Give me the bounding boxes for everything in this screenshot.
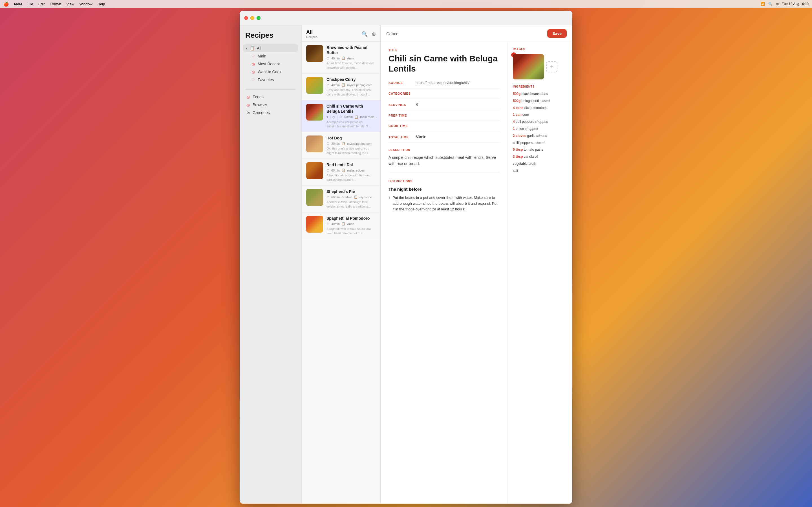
ingredient-modifier: chopped bbox=[525, 127, 538, 131]
menubar-edit[interactable]: Edit bbox=[38, 2, 45, 6]
sidebar-section2: ◎ Feeds ◎ Browser 🛍 Groceries bbox=[243, 93, 298, 117]
instruction-step-1: 1 Put the beans in a pot and cover them … bbox=[389, 195, 500, 212]
recipe-name-hotdog: Hot Dog bbox=[326, 135, 376, 140]
recipe-item-chili[interactable]: Chili sin Carne with Beluga Lentils ♥ | … bbox=[302, 100, 380, 132]
cancel-button[interactable]: Cancel bbox=[386, 31, 400, 36]
instructions-section-label: INSTRUCTIONS bbox=[389, 180, 500, 183]
clock-icon: ⏱ bbox=[326, 57, 329, 60]
fullscreen-button[interactable] bbox=[257, 16, 260, 20]
apple-menu[interactable]: 🍎 bbox=[3, 1, 9, 7]
source-icon: 📋 bbox=[342, 142, 345, 145]
clock: Tue 10 Aug 16:10 bbox=[782, 2, 809, 6]
recipe-item-lentil[interactable]: Red Lentil Dal ⏱ 60min 📋 mela.recipes A … bbox=[302, 159, 380, 186]
title-field-label: TITLE bbox=[389, 49, 500, 52]
groceries-icon: 🛍 bbox=[246, 111, 250, 115]
recipe-image bbox=[513, 54, 544, 79]
cook-time-row: COOK TIME bbox=[389, 124, 500, 131]
menubar-file[interactable]: File bbox=[28, 2, 33, 6]
recipe-item-spaghetti[interactable]: Spaghetti al Pomodoro ⏱ 40min 📋 Anna Spa… bbox=[302, 212, 380, 239]
source-icon: 📋 bbox=[354, 115, 358, 119]
recipe-item-chickpea[interactable]: Chickpea Curry ⏱ 40min 📋 myrecipeblog.co… bbox=[302, 73, 380, 100]
sidebar-item-browser[interactable]: ◎ Browser bbox=[243, 101, 298, 109]
sidebar-divider bbox=[245, 89, 296, 90]
search-icon[interactable]: 🔍 bbox=[768, 2, 772, 6]
recipe-item-brownies[interactable]: Brownies with Peanut Butter ⏱ 40min 📋 An… bbox=[302, 42, 380, 73]
recipe-item-hotdog[interactable]: Hot Dog ⏱ 20min 📋 myrecipeblog.com Ok, t… bbox=[302, 132, 380, 159]
add-image-button[interactable]: + bbox=[546, 61, 557, 72]
ingredient-vegetable-broth: vegetable broth bbox=[513, 161, 567, 166]
title-bar bbox=[240, 11, 572, 25]
menubar-help[interactable]: Help bbox=[98, 2, 105, 6]
recipe-list-header: All Recipes 🔍 ⊕ bbox=[302, 25, 380, 42]
source-icon: 📋 bbox=[342, 222, 345, 226]
recipe-info-chili: Chili sin Carne with Beluga Lentils ♥ | … bbox=[326, 104, 376, 128]
ingredient-name: corn bbox=[522, 113, 529, 117]
recipe-info-shepherd: Shepherd's Pie ⏱ 60min ◇ Main 📋 myrecipe… bbox=[326, 189, 376, 209]
recipe-list-title-block: All Recipes bbox=[306, 29, 317, 39]
ingredient-amount: 5 bbox=[513, 148, 515, 152]
control-center-icon[interactable]: ⊞ bbox=[776, 2, 779, 6]
menubar-format[interactable]: Format bbox=[50, 2, 61, 6]
save-button[interactable]: Save bbox=[547, 29, 567, 38]
recipe-list-actions: 🔍 ⊕ bbox=[361, 31, 376, 37]
recipe-meta-shepherd: ⏱ 60min ◇ Main 📋 myrecipe... bbox=[326, 195, 376, 199]
recipe-thumb-chili bbox=[306, 104, 323, 121]
image-thumb-container: − bbox=[513, 54, 544, 79]
detail-pane: Cancel Save TITLE Chili sin Carne with B… bbox=[380, 25, 572, 504]
shepherd-time: 60min bbox=[331, 195, 340, 199]
ingredient-unit: can bbox=[516, 113, 522, 117]
recipe-item-shepherd[interactable]: Shepherd's Pie ⏱ 60min ◇ Main 📋 myrecipe… bbox=[302, 186, 380, 212]
recipe-thumb-spaghetti bbox=[306, 216, 323, 233]
prep-time-row: PREP TIME bbox=[389, 114, 500, 121]
wifi-icon: 📶 bbox=[761, 2, 765, 6]
ingredient-name: garlic bbox=[527, 134, 536, 138]
sidebar-item-favorites[interactable]: ♡ Favorites bbox=[243, 76, 298, 83]
sidebar-item-want-to-cook[interactable]: ◎ Want to Cook bbox=[243, 68, 298, 76]
feeds-icon: ◎ bbox=[246, 95, 250, 99]
sidebar-item-groceries[interactable]: 🛍 Groceries bbox=[243, 109, 298, 117]
description-section-label: DESCRIPTION bbox=[389, 149, 500, 152]
sidebar-item-all[interactable]: ▾ 📋 All bbox=[243, 44, 298, 52]
menubar-app-name[interactable]: Mela bbox=[14, 2, 22, 6]
recipe-meta-chili: ♥ | ◷ | ⏱ 60min 📋 mela.recip... bbox=[326, 115, 376, 119]
sidebar-item-most-recent[interactable]: ◷ Most Recent bbox=[243, 60, 298, 68]
detail-recipe-title[interactable]: Chili sin Carne with Beluga Lentils bbox=[389, 54, 500, 74]
menubar-window[interactable]: Window bbox=[79, 2, 92, 6]
sidebar-item-feeds[interactable]: ◎ Feeds bbox=[243, 93, 298, 101]
clock-icon: ⏱ bbox=[326, 195, 329, 199]
sidebar-favorites-label: Favorites bbox=[258, 77, 274, 82]
servings-value[interactable]: 8 bbox=[416, 102, 418, 107]
add-recipe-button[interactable]: ⊕ bbox=[371, 31, 376, 37]
search-button[interactable]: 🔍 bbox=[361, 31, 368, 37]
shepherd-category: Main bbox=[345, 195, 352, 199]
minimize-button[interactable] bbox=[250, 16, 254, 20]
recipe-name-chickpea: Chickpea Curry bbox=[326, 77, 376, 82]
chickpea-source: myrecipeblog.com bbox=[347, 83, 372, 87]
step-text: Put the beans in a pot and cover them wi… bbox=[393, 195, 500, 212]
shepherd-desc: Another classic, although this version's… bbox=[326, 200, 376, 209]
total-time-value[interactable]: 60min bbox=[416, 135, 426, 139]
ingredient-corn: 1 can corn bbox=[513, 112, 567, 117]
recipe-list-body: Brownies with Peanut Butter ⏱ 40min 📋 An… bbox=[302, 42, 380, 504]
ingredient-onion: 1 onion chopped bbox=[513, 126, 567, 131]
ingredient-amount: 4 bbox=[513, 106, 515, 110]
chili-desc: A simple chili recipe which substitutes … bbox=[326, 120, 376, 129]
ingredient-name: bell peppers bbox=[516, 120, 534, 124]
recipe-meta-spaghetti: ⏱ 40min 📋 Anna bbox=[326, 222, 376, 226]
recipe-meta-lentil: ⏱ 60min 📋 mela.recipes bbox=[326, 168, 376, 172]
recipe-name-spaghetti: Spaghetti al Pomodoro bbox=[326, 216, 376, 221]
source-icon: 📋 bbox=[354, 195, 358, 199]
sidebar-most-recent-label: Most Recent bbox=[258, 62, 280, 66]
instruction-section-header: The night before bbox=[389, 187, 500, 191]
menubar-view[interactable]: View bbox=[66, 2, 74, 6]
ingredient-unit: cans bbox=[516, 106, 523, 110]
close-button[interactable] bbox=[244, 16, 248, 20]
recipe-thumb-lentil bbox=[306, 162, 323, 179]
menubar: 🍎 Mela File Edit Format View Window Help… bbox=[0, 0, 812, 8]
source-value[interactable]: https://mela.recipes/cooking/chili/ bbox=[416, 80, 469, 85]
menubar-left: 🍎 Mela File Edit Format View Window Help bbox=[3, 1, 105, 7]
description-text[interactable]: A simple chili recipe which substitutes … bbox=[389, 154, 500, 167]
brownies-time: 40min bbox=[331, 57, 340, 60]
sidebar-item-main[interactable]: ♡ Main bbox=[243, 52, 298, 60]
ingredient-diced-tomatoes: 4 cans diced tomatoes bbox=[513, 106, 567, 110]
